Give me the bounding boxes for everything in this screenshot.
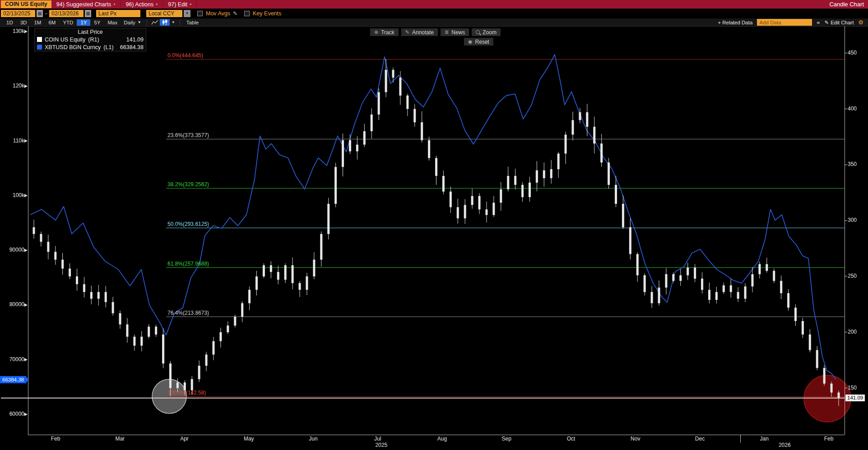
series-swatch bbox=[37, 45, 42, 50]
reset-button[interactable]: ◉ Reset bbox=[464, 38, 493, 46]
series-axis: (L1) bbox=[103, 44, 113, 51]
annotate-label: Annotate bbox=[412, 29, 434, 36]
pencil-icon: ✎ bbox=[405, 29, 409, 35]
zoom-button[interactable]: Zoom bbox=[472, 28, 501, 36]
series-name: COIN US Equity bbox=[45, 37, 85, 43]
feb-crash-circle bbox=[804, 375, 851, 422]
news-label: News bbox=[451, 29, 465, 36]
series-value: 66384.38 bbox=[120, 44, 144, 51]
news-button[interactable]: ≣ News bbox=[441, 28, 469, 36]
series-value: 141.09 bbox=[126, 37, 144, 43]
legend-title: Last Price bbox=[35, 28, 146, 36]
reset-label: Reset bbox=[475, 39, 489, 45]
zoom-label: Zoom bbox=[483, 29, 497, 36]
chart-canvas[interactable] bbox=[0, 0, 868, 450]
chart-area: Last Price COIN US Equity (R1) 141.09 XB… bbox=[0, 0, 868, 450]
track-button[interactable]: ⊕ Track bbox=[370, 28, 399, 36]
chart-tools: ⊕ Track ✎ Annotate ≣ News Zoom bbox=[370, 28, 501, 36]
reset-target-icon: ◉ bbox=[468, 39, 473, 45]
magnifier-icon bbox=[476, 30, 480, 34]
series-axis: (R1) bbox=[88, 37, 99, 43]
annotate-button[interactable]: ✎ Annotate bbox=[401, 28, 438, 36]
bloomberg-terminal-window: COIN US Equity 94) Suggested Charts ▾ 96… bbox=[0, 0, 868, 450]
legend-series-coin[interactable]: COIN US Equity (R1) 141.09 bbox=[35, 36, 146, 43]
crosshair-icon: ⊕ bbox=[374, 29, 378, 35]
series-name: XBTUSD BGN Curncy bbox=[45, 44, 101, 51]
series-swatch bbox=[37, 37, 42, 42]
chart-legend: Last Price COIN US Equity (R1) 141.09 XB… bbox=[34, 28, 146, 51]
news-lines-icon: ≣ bbox=[445, 29, 449, 35]
legend-series-xbtusd[interactable]: XBTUSD BGN Curncy (L1) 66384.38 bbox=[35, 43, 146, 51]
track-label: Track bbox=[381, 29, 395, 36]
